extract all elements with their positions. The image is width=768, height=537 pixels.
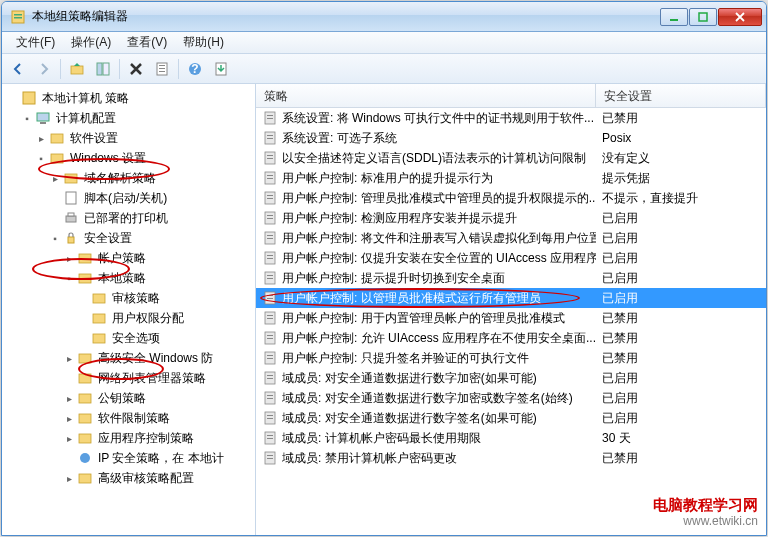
- close-button[interactable]: [718, 8, 762, 26]
- policy-text: 用户帐户控制: 只提升签名并验证的可执行文件: [282, 350, 529, 367]
- policy-text: 系统设置: 将 Windows 可执行文件中的证书规则用于软件...: [282, 110, 594, 127]
- list-row[interactable]: 用户帐户控制: 管理员批准模式中管理员的提升权限提示的...不提示，直接提升: [256, 188, 766, 208]
- policy-text: 用户帐户控制: 以管理员批准模式运行所有管理员: [282, 290, 541, 307]
- list-row[interactable]: 用户帐户控制: 允许 UIAccess 应用程序在不使用安全桌面...已禁用: [256, 328, 766, 348]
- svg-rect-36: [79, 474, 91, 483]
- list-row[interactable]: 用户帐户控制: 提示提升时切换到安全桌面已启用: [256, 268, 766, 288]
- svg-rect-57: [267, 238, 273, 239]
- window-title: 本地组策略编辑器: [32, 8, 660, 25]
- svg-rect-18: [51, 134, 63, 143]
- tree-audit-policy[interactable]: 审核策略: [2, 288, 255, 308]
- tree-scripts[interactable]: 脚本(启动/关机): [2, 188, 255, 208]
- svg-rect-26: [79, 274, 91, 283]
- svg-rect-25: [79, 254, 91, 263]
- list-row[interactable]: 用户帐户控制: 仅提升安装在安全位置的 UIAccess 应用程序已启用: [256, 248, 766, 268]
- tree-software-restriction[interactable]: ▸软件限制策略: [2, 408, 255, 428]
- list-row[interactable]: 域成员: 对安全通道数据进行数字签名(如果可能)已启用: [256, 408, 766, 428]
- list-row[interactable]: 用户帐户控制: 将文件和注册表写入错误虚拟化到每用户位置已启用: [256, 228, 766, 248]
- tree-root[interactable]: 本地计算机 策略: [2, 88, 255, 108]
- tree-computer-config[interactable]: ▪计算机配置: [2, 108, 255, 128]
- up-button[interactable]: [65, 57, 89, 81]
- policy-icon: [262, 230, 278, 246]
- tree-advanced-fw[interactable]: ▸高级安全 Windows 防: [2, 348, 255, 368]
- svg-rect-16: [37, 113, 49, 121]
- tree-public-key[interactable]: ▸公钥策略: [2, 388, 255, 408]
- list-pane[interactable]: 策略 安全设置 系统设置: 将 Windows 可执行文件中的证书规则用于软件.…: [256, 84, 766, 535]
- menu-help[interactable]: 帮助(H): [175, 32, 232, 53]
- list-row[interactable]: 用户帐户控制: 以管理员批准模式运行所有管理员已启用: [256, 288, 766, 308]
- list-row[interactable]: 域成员: 对安全通道数据进行数字加密(如果可能)已启用: [256, 368, 766, 388]
- setting-text: 提示凭据: [596, 170, 766, 187]
- policy-icon: [262, 410, 278, 426]
- list-row[interactable]: 域成员: 计算机帐户密码最长使用期限30 天: [256, 428, 766, 448]
- tree-software-settings[interactable]: ▸软件设置: [2, 128, 255, 148]
- list-row[interactable]: 系统设置: 可选子系统Posix: [256, 128, 766, 148]
- tree-local-policies[interactable]: ▪本地策略: [2, 268, 255, 288]
- svg-rect-51: [267, 198, 273, 199]
- tree-advanced-audit[interactable]: ▸高级审核策略配置: [2, 468, 255, 488]
- col-header-policy[interactable]: 策略: [256, 84, 596, 107]
- list-row[interactable]: 域成员: 禁用计算机帐户密码更改已禁用: [256, 448, 766, 468]
- policy-icon: [262, 290, 278, 306]
- svg-rect-6: [97, 63, 102, 75]
- svg-rect-31: [79, 374, 91, 383]
- tree-app-control[interactable]: ▸应用程序控制策略: [2, 428, 255, 448]
- properties-button[interactable]: [150, 57, 174, 81]
- list-row[interactable]: 系统设置: 将 Windows 可执行文件中的证书规则用于软件...已禁用: [256, 108, 766, 128]
- col-header-setting[interactable]: 安全设置: [596, 84, 766, 107]
- minimize-button[interactable]: [660, 8, 688, 26]
- svg-rect-71: [267, 335, 273, 336]
- tree-deployed-printers[interactable]: 已部署的打印机: [2, 208, 255, 228]
- list-row[interactable]: 用户帐户控制: 标准用户的提升提示行为提示凭据: [256, 168, 766, 188]
- policy-text: 用户帐户控制: 提示提升时切换到安全桌面: [282, 270, 505, 287]
- policy-icon: [262, 270, 278, 286]
- policy-text: 用户帐户控制: 标准用户的提升提示行为: [282, 170, 493, 187]
- svg-rect-66: [267, 298, 273, 299]
- show-button[interactable]: [91, 57, 115, 81]
- setting-text: 不提示，直接提升: [596, 190, 766, 207]
- setting-text: 已启用: [596, 290, 766, 307]
- policy-icon: [262, 130, 278, 146]
- list-row[interactable]: 用户帐户控制: 只提升签名并验证的可执行文件已禁用: [256, 348, 766, 368]
- svg-rect-20: [65, 174, 77, 183]
- list-row[interactable]: 以安全描述符定义语言(SDDL)语法表示的计算机访问限制没有定义: [256, 148, 766, 168]
- list-row[interactable]: 用户帐户控制: 用于内置管理员帐户的管理员批准模式已禁用: [256, 308, 766, 328]
- setting-text: 已禁用: [596, 310, 766, 327]
- policy-icon: [262, 210, 278, 226]
- svg-rect-65: [267, 295, 273, 296]
- policy-icon: [262, 250, 278, 266]
- forward-button[interactable]: [32, 57, 56, 81]
- tree-name-resolution[interactable]: ▸域名解析策略: [2, 168, 255, 188]
- list-row[interactable]: 用户帐户控制: 检测应用程序安装并提示提升已启用: [256, 208, 766, 228]
- svg-rect-83: [267, 415, 273, 416]
- svg-rect-28: [93, 314, 105, 323]
- delete-button[interactable]: [124, 57, 148, 81]
- export-button[interactable]: [209, 57, 233, 81]
- tree-ip-security[interactable]: IP 安全策略，在 本地计: [2, 448, 255, 468]
- menu-file[interactable]: 文件(F): [8, 32, 63, 53]
- tree-network-list[interactable]: 网络列表管理器策略: [2, 368, 255, 388]
- toolbar: ?: [2, 54, 766, 84]
- svg-rect-38: [267, 115, 273, 116]
- menu-view[interactable]: 查看(V): [119, 32, 175, 53]
- tree-account-policies[interactable]: ▸帐户策略: [2, 248, 255, 268]
- setting-text: 已启用: [596, 410, 766, 427]
- help-button[interactable]: ?: [183, 57, 207, 81]
- setting-text: 已禁用: [596, 450, 766, 467]
- svg-rect-45: [267, 158, 273, 159]
- tree-pane[interactable]: 本地计算机 策略 ▪计算机配置 ▸软件设置 ▪Windows 设置 ▸域名解析策…: [2, 84, 256, 535]
- svg-rect-39: [267, 118, 273, 119]
- tree-security-options[interactable]: 安全选项: [2, 328, 255, 348]
- svg-rect-41: [267, 135, 273, 136]
- svg-rect-69: [267, 318, 273, 319]
- titlebar[interactable]: 本地组策略编辑器: [2, 2, 766, 32]
- list-row[interactable]: 域成员: 对安全通道数据进行数字加密或数字签名(始终)已启用: [256, 388, 766, 408]
- tree-user-rights[interactable]: 用户权限分配: [2, 308, 255, 328]
- menu-action[interactable]: 操作(A): [63, 32, 119, 53]
- back-button[interactable]: [6, 57, 30, 81]
- maximize-button[interactable]: [689, 8, 717, 26]
- tree-windows-settings[interactable]: ▪Windows 设置: [2, 148, 255, 168]
- svg-rect-23: [68, 213, 74, 216]
- policy-text: 域成员: 计算机帐户密码最长使用期限: [282, 430, 481, 447]
- tree-security-settings[interactable]: ▪安全设置: [2, 228, 255, 248]
